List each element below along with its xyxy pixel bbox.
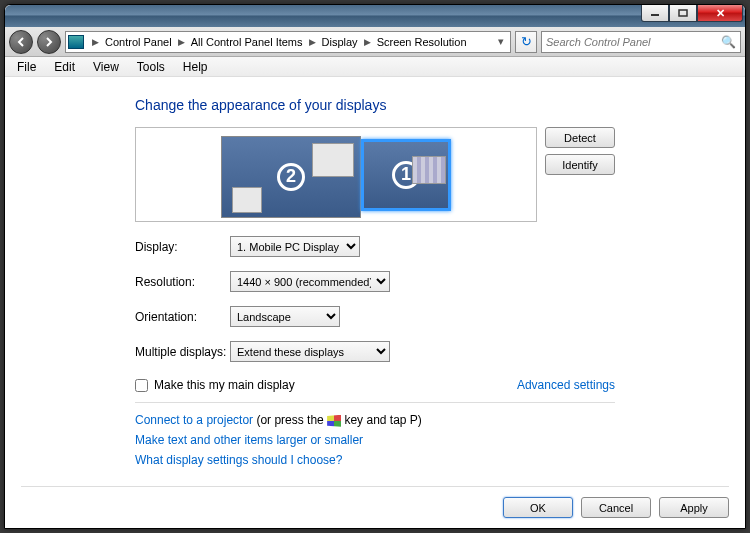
chevron-right-icon: ▶	[305, 37, 320, 47]
orientation-label: Orientation:	[135, 310, 230, 324]
address-bar[interactable]: ▶ Control Panel ▶ All Control Panel Item…	[65, 31, 511, 53]
nav-toolbar: ▶ Control Panel ▶ All Control Panel Item…	[5, 27, 745, 57]
apply-button[interactable]: Apply	[659, 497, 729, 518]
resolution-label: Resolution:	[135, 275, 230, 289]
breadcrumb[interactable]: Display	[320, 36, 360, 48]
page-heading: Change the appearance of your displays	[135, 97, 615, 113]
multiple-displays-select[interactable]: Extend these displays	[230, 341, 390, 362]
svg-rect-1	[679, 10, 687, 16]
advanced-settings-link[interactable]: Advanced settings	[517, 378, 615, 392]
display-select[interactable]: 1. Mobile PC Display	[230, 236, 360, 257]
monitor-1[interactable]: 1	[361, 139, 451, 211]
projector-hint: (or press the	[253, 413, 327, 427]
projector-hint2: key and tap P)	[341, 413, 422, 427]
checkbox-text: Make this my main display	[154, 378, 295, 392]
menu-tools[interactable]: Tools	[129, 58, 173, 76]
menu-view[interactable]: View	[85, 58, 127, 76]
display-preview[interactable]: 2 1	[135, 127, 537, 222]
resolution-select[interactable]: 1440 × 900 (recommended)	[230, 271, 390, 292]
address-dropdown-icon[interactable]: ▾	[494, 35, 508, 48]
orientation-select[interactable]: Landscape	[230, 306, 340, 327]
monitor-2[interactable]: 2	[221, 136, 361, 218]
back-button[interactable]	[9, 30, 33, 54]
help-link[interactable]: What display settings should I choose?	[135, 453, 342, 467]
chevron-right-icon: ▶	[174, 37, 189, 47]
chevron-right-icon: ▶	[88, 37, 103, 47]
monitor-number: 2	[277, 163, 305, 191]
connect-projector-link[interactable]: Connect to a projector	[135, 413, 253, 427]
menu-bar: File Edit View Tools Help	[5, 57, 745, 77]
chevron-right-icon: ▶	[360, 37, 375, 47]
minimize-button[interactable]	[641, 5, 669, 22]
detect-button[interactable]: Detect	[545, 127, 615, 148]
windows-key-icon	[327, 415, 341, 427]
close-button[interactable]: ✕	[697, 5, 743, 22]
refresh-button[interactable]: ↻	[515, 31, 537, 53]
text-size-link[interactable]: Make text and other items larger or smal…	[135, 433, 363, 447]
menu-file[interactable]: File	[9, 58, 44, 76]
search-box[interactable]: 🔍	[541, 31, 741, 53]
dialog-footer: OK Cancel Apply	[21, 486, 729, 518]
main-display-checkbox[interactable]	[135, 379, 148, 392]
window-thumb-icon	[312, 143, 354, 177]
cancel-button[interactable]: Cancel	[581, 497, 651, 518]
window-thumb-icon	[412, 156, 446, 184]
main-display-checkbox-label[interactable]: Make this my main display	[135, 378, 295, 392]
window-thumb-icon	[232, 187, 262, 213]
forward-button[interactable]	[37, 30, 61, 54]
breadcrumb[interactable]: Screen Resolution	[375, 36, 469, 48]
maximize-button[interactable]	[669, 5, 697, 22]
titlebar: ✕	[5, 5, 745, 27]
separator	[135, 402, 615, 403]
breadcrumb[interactable]: Control Panel	[103, 36, 174, 48]
multiple-displays-label: Multiple displays:	[135, 345, 230, 359]
search-icon[interactable]: 🔍	[721, 35, 736, 49]
control-panel-icon	[68, 35, 84, 49]
menu-edit[interactable]: Edit	[46, 58, 83, 76]
window: ✕ ▶ Control Panel ▶ All Control Panel It…	[4, 4, 746, 529]
ok-button[interactable]: OK	[503, 497, 573, 518]
menu-help[interactable]: Help	[175, 58, 216, 76]
breadcrumb[interactable]: All Control Panel Items	[189, 36, 305, 48]
display-label: Display:	[135, 240, 230, 254]
search-input[interactable]	[546, 36, 721, 48]
identify-button[interactable]: Identify	[545, 154, 615, 175]
content-area: Change the appearance of your displays 2…	[5, 77, 745, 467]
